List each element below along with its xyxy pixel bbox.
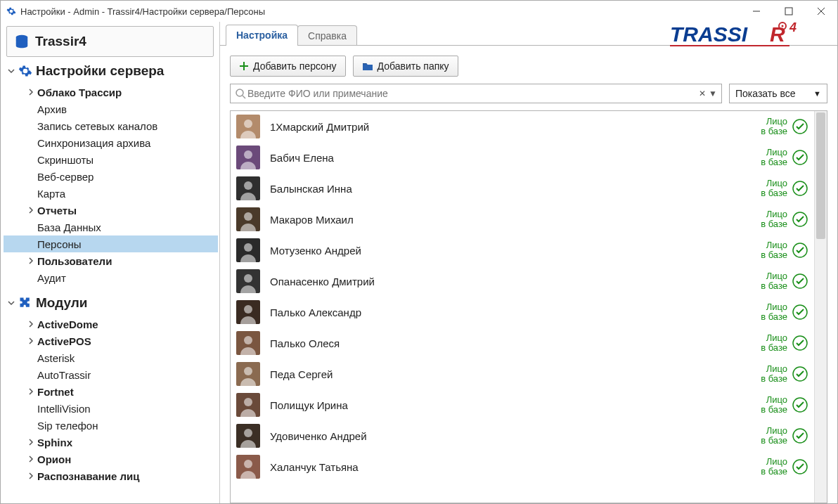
chevron-right-icon [26, 353, 36, 363]
person-name: Халанчук Татьяна [270, 461, 761, 473]
svg-point-49 [244, 460, 252, 468]
tree-item[interactable]: Asterisk [4, 349, 218, 366]
chevron-right-icon [26, 454, 36, 464]
add-folder-button[interactable]: Добавить папку [353, 56, 458, 77]
person-item[interactable]: Макаров МихаилЛицов базе [231, 204, 814, 235]
server-box[interactable]: Trassir4 [6, 26, 214, 57]
tree-item[interactable]: База Данных [4, 219, 218, 235]
tree-item-label: Fortnet [37, 386, 74, 398]
person-item[interactable]: Бабич ЕленаЛицов базе [231, 142, 814, 173]
tree-item[interactable]: Веб-сервер [4, 168, 218, 185]
tree-item[interactable]: ActivePOS [4, 332, 218, 349]
tree-item-label: ActivePOS [37, 335, 91, 347]
person-item[interactable]: Халанчук ТатьянаЛицов базе [231, 451, 814, 482]
check-circle-icon [792, 458, 808, 475]
status-badge: Лицов базе [761, 209, 808, 228]
tab-help[interactable]: Справка [297, 25, 357, 45]
person-item[interactable]: Палько АлександрЛицов базе [231, 297, 814, 328]
tree-item-label: Архив [37, 103, 67, 115]
tree-item[interactable]: Облако Трассир [4, 84, 218, 101]
add-person-button[interactable]: Добавить персону [230, 56, 346, 77]
tree-item-label: Скриншоты [37, 154, 94, 166]
tree-item-label: Аудит [37, 272, 66, 284]
check-circle-icon [792, 366, 808, 382]
person-item[interactable]: Опанасенко ДмитрийЛицов базе [231, 266, 814, 297]
chevron-right-icon [26, 256, 36, 266]
tree-item[interactable]: Запись сетевых каналов [4, 117, 218, 134]
search-input[interactable]: ✕ ▼ [230, 84, 722, 103]
person-item[interactable]: Удовиченко АндрейЛицов базе [231, 420, 814, 451]
titlebar: Настройки - Admin - Trassir4/Настройки с… [1, 1, 837, 22]
avatar [236, 455, 260, 479]
tree-item-label: База Данных [37, 221, 101, 233]
scrollbar[interactable] [814, 111, 827, 503]
tree-item-label: Sphinx [37, 437, 72, 448]
chevron-right-icon [26, 222, 36, 232]
tree-item[interactable]: IntelliVision [4, 400, 218, 417]
clear-search-icon[interactable]: ✕ [699, 89, 706, 98]
tree-item[interactable]: Персоны [4, 235, 218, 252]
tree-item[interactable]: AutoTrassir [4, 366, 218, 383]
tree-item[interactable]: Sip телефон [4, 417, 218, 434]
folder-icon [362, 61, 373, 71]
scroll-thumb[interactable] [816, 112, 825, 239]
tree-item[interactable]: Скриншоты [4, 151, 218, 168]
person-item[interactable]: Палько ОлесяЛицов базе [231, 328, 814, 358]
person-name: Бабич Елена [270, 152, 761, 164]
svg-point-31 [244, 274, 252, 283]
chevron-down-icon: ▼ [813, 89, 821, 98]
status-badge: Лицов базе [761, 148, 808, 167]
avatar [236, 424, 260, 448]
tree-heading-modules[interactable]: Модули [4, 295, 218, 311]
tree-item[interactable]: Пользователи [4, 252, 218, 269]
person-item[interactable]: Педа СергейЛицов базе [231, 358, 814, 389]
window-controls [740, 1, 837, 22]
maximize-button[interactable] [773, 1, 805, 22]
tree-item[interactable]: Синхронизация архива [4, 134, 218, 151]
main-panel: Настройка Справка Добавить персону Добав… [220, 22, 837, 503]
tree-item-label: IntelliVision [37, 403, 91, 415]
tree-item-label: Орион [37, 453, 71, 465]
tree-item[interactable]: Fortnet [4, 383, 218, 400]
check-circle-icon [792, 335, 808, 351]
tree-item[interactable]: Аудит [4, 269, 218, 286]
chevron-down-icon [6, 298, 16, 308]
filter-select[interactable]: Показать все ▼ [729, 84, 827, 103]
tree-item[interactable]: Распознавание лиц [4, 467, 218, 484]
tree-item[interactable]: Sphinx [4, 434, 218, 451]
tree-item[interactable]: Карта [4, 185, 218, 202]
svg-point-46 [244, 429, 252, 437]
tab-settings[interactable]: Настройка [226, 25, 298, 45]
person-item[interactable]: Полищук ИринаЛицов базе [231, 389, 814, 420]
chevron-right-icon [26, 336, 36, 346]
search-field[interactable] [246, 87, 696, 100]
chevron-down-icon [6, 66, 16, 76]
search-dropdown-icon[interactable]: ▼ [709, 89, 717, 98]
minimize-button[interactable] [740, 1, 773, 22]
check-circle-icon [792, 242, 808, 259]
tree-item[interactable]: ActiveDome [4, 316, 218, 332]
person-list: 1Хмарский ДмитрийЛицов базеБабич ЕленаЛи… [231, 111, 814, 503]
tree-item[interactable]: Отчеты [4, 202, 218, 219]
tree-item-label: AutoTrassir [37, 369, 91, 381]
person-name: Удовиченко Андрей [270, 430, 761, 442]
chevron-right-icon [26, 155, 36, 164]
check-circle-icon [792, 304, 808, 321]
person-item[interactable]: 1Хмарский ДмитрийЛицов базе [231, 111, 814, 142]
svg-point-19 [244, 150, 252, 159]
tree-item-label: Пользователи [37, 255, 112, 267]
tree-item[interactable]: Орион [4, 451, 218, 467]
svg-line-14 [243, 96, 245, 98]
tree-heading-server-settings[interactable]: Настройки сервера [4, 63, 218, 79]
avatar [236, 331, 260, 355]
person-item[interactable]: Мотузенко АндрейЛицов базе [231, 235, 814, 266]
tree-item[interactable]: Архив [4, 101, 218, 117]
chevron-right-icon [26, 420, 36, 430]
status-badge: Лицов базе [761, 426, 808, 445]
person-item[interactable]: Балынская ИннаЛицов базе [231, 173, 814, 204]
chevron-right-icon [26, 387, 36, 396]
svg-text:TRASSI: TRASSI [670, 22, 748, 46]
person-name: Мотузенко Андрей [270, 245, 761, 257]
close-button[interactable] [805, 1, 837, 22]
svg-rect-1 [785, 8, 792, 15]
